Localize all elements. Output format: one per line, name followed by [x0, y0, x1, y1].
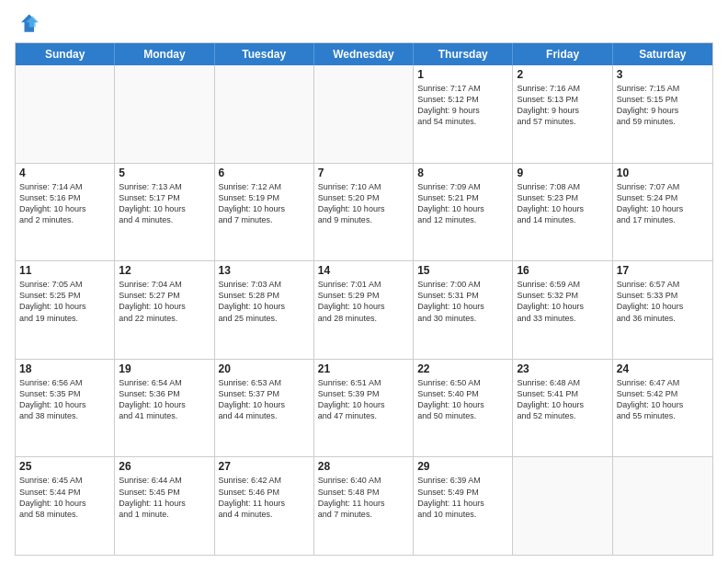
day-number: 23 [517, 362, 608, 375]
calendar-week-2: 11Sunrise: 7:05 AM Sunset: 5:25 PM Dayli… [16, 260, 712, 359]
day-info: Sunrise: 7:15 AM Sunset: 5:15 PM Dayligh… [617, 83, 709, 128]
day-number: 1 [417, 68, 508, 81]
day-number: 25 [19, 460, 110, 473]
calendar-cell: 21Sunrise: 6:51 AM Sunset: 5:39 PM Dayli… [314, 360, 414, 457]
day-number: 20 [219, 362, 310, 375]
day-info: Sunrise: 7:14 AM Sunset: 5:16 PM Dayligh… [19, 181, 110, 226]
calendar-cell: 5Sunrise: 7:13 AM Sunset: 5:17 PM Daylig… [115, 164, 214, 261]
calendar-cell: 25Sunrise: 6:45 AM Sunset: 5:44 PM Dayli… [16, 457, 115, 555]
calendar-cell: 7Sunrise: 7:10 AM Sunset: 5:20 PM Daylig… [314, 164, 414, 261]
calendar-cell: 3Sunrise: 7:15 AM Sunset: 5:15 PM Daylig… [613, 65, 712, 163]
logo [15, 11, 44, 37]
calendar-cell: 15Sunrise: 7:00 AM Sunset: 5:31 PM Dayli… [414, 261, 513, 359]
day-info: Sunrise: 6:42 AM Sunset: 5:46 PM Dayligh… [219, 475, 310, 520]
day-info: Sunrise: 6:57 AM Sunset: 5:33 PM Dayligh… [617, 279, 709, 324]
day-number: 13 [219, 264, 310, 277]
day-number: 6 [219, 167, 310, 179]
calendar-cell: 18Sunrise: 6:56 AM Sunset: 5:35 PM Dayli… [16, 360, 115, 457]
calendar-cell: 2Sunrise: 7:16 AM Sunset: 5:13 PM Daylig… [513, 65, 612, 163]
header-day-wednesday: Wednesday [314, 43, 414, 65]
day-info: Sunrise: 7:08 AM Sunset: 5:23 PM Dayligh… [517, 181, 608, 226]
day-number: 17 [617, 264, 709, 277]
day-number: 14 [318, 264, 409, 277]
day-info: Sunrise: 6:48 AM Sunset: 5:41 PM Dayligh… [517, 377, 608, 422]
day-number: 9 [517, 167, 608, 179]
day-info: Sunrise: 6:56 AM Sunset: 5:35 PM Dayligh… [19, 377, 110, 422]
calendar-week-3: 18Sunrise: 6:56 AM Sunset: 5:35 PM Dayli… [16, 359, 712, 457]
day-number: 28 [318, 460, 409, 473]
day-info: Sunrise: 6:47 AM Sunset: 5:42 PM Dayligh… [617, 377, 709, 422]
calendar-cell: 10Sunrise: 7:07 AM Sunset: 5:24 PM Dayli… [613, 164, 712, 261]
calendar-cell [513, 457, 612, 555]
day-info: Sunrise: 7:00 AM Sunset: 5:31 PM Dayligh… [417, 279, 508, 324]
day-info: Sunrise: 6:53 AM Sunset: 5:37 PM Dayligh… [219, 377, 310, 422]
day-number: 19 [119, 362, 210, 375]
calendar-cell: 9Sunrise: 7:08 AM Sunset: 5:23 PM Daylig… [513, 164, 612, 261]
calendar-cell: 28Sunrise: 6:40 AM Sunset: 5:48 PM Dayli… [314, 457, 414, 555]
day-info: Sunrise: 6:40 AM Sunset: 5:48 PM Dayligh… [318, 475, 409, 520]
day-info: Sunrise: 7:05 AM Sunset: 5:25 PM Dayligh… [19, 279, 110, 324]
header [15, 11, 713, 37]
header-day-tuesday: Tuesday [215, 43, 314, 65]
calendar-cell [613, 457, 712, 555]
day-number: 18 [19, 362, 110, 375]
calendar-cell: 23Sunrise: 6:48 AM Sunset: 5:41 PM Dayli… [513, 360, 612, 457]
day-info: Sunrise: 6:59 AM Sunset: 5:32 PM Dayligh… [517, 279, 608, 324]
calendar-cell: 12Sunrise: 7:04 AM Sunset: 5:27 PM Dayli… [115, 261, 214, 359]
calendar-week-0: 1Sunrise: 7:17 AM Sunset: 5:12 PM Daylig… [16, 65, 712, 163]
calendar-week-1: 4Sunrise: 7:14 AM Sunset: 5:16 PM Daylig… [16, 163, 712, 261]
day-info: Sunrise: 6:45 AM Sunset: 5:44 PM Dayligh… [19, 475, 110, 520]
header-day-friday: Friday [513, 43, 612, 65]
page: SundayMondayTuesdayWednesdayThursdayFrid… [0, 0, 728, 563]
day-number: 2 [517, 68, 608, 81]
calendar-cell: 19Sunrise: 6:54 AM Sunset: 5:36 PM Dayli… [115, 360, 214, 457]
calendar-cell: 6Sunrise: 7:12 AM Sunset: 5:19 PM Daylig… [215, 164, 314, 261]
day-number: 24 [617, 362, 709, 375]
day-number: 10 [617, 167, 709, 179]
calendar-cell: 11Sunrise: 7:05 AM Sunset: 5:25 PM Dayli… [16, 261, 115, 359]
calendar-cell [16, 65, 115, 163]
calendar-cell [215, 65, 314, 163]
day-info: Sunrise: 6:54 AM Sunset: 5:36 PM Dayligh… [119, 377, 210, 422]
day-info: Sunrise: 6:39 AM Sunset: 5:49 PM Dayligh… [417, 475, 508, 520]
calendar-cell: 14Sunrise: 7:01 AM Sunset: 5:29 PM Dayli… [314, 261, 414, 359]
calendar-header: SundayMondayTuesdayWednesdayThursdayFrid… [16, 43, 712, 65]
day-info: Sunrise: 7:13 AM Sunset: 5:17 PM Dayligh… [119, 181, 210, 226]
day-number: 5 [119, 167, 210, 179]
calendar-week-4: 25Sunrise: 6:45 AM Sunset: 5:44 PM Dayli… [16, 456, 712, 555]
day-number: 16 [517, 264, 608, 277]
day-info: Sunrise: 7:01 AM Sunset: 5:29 PM Dayligh… [318, 279, 409, 324]
day-info: Sunrise: 7:16 AM Sunset: 5:13 PM Dayligh… [517, 83, 608, 128]
header-day-monday: Monday [115, 43, 214, 65]
day-number: 26 [119, 460, 210, 473]
day-number: 29 [417, 460, 508, 473]
calendar-cell: 17Sunrise: 6:57 AM Sunset: 5:33 PM Dayli… [613, 261, 712, 359]
calendar-cell: 20Sunrise: 6:53 AM Sunset: 5:37 PM Dayli… [215, 360, 314, 457]
logo-icon [15, 11, 40, 37]
calendar-cell: 24Sunrise: 6:47 AM Sunset: 5:42 PM Dayli… [613, 360, 712, 457]
day-number: 27 [219, 460, 310, 473]
day-number: 4 [19, 167, 110, 179]
day-info: Sunrise: 6:44 AM Sunset: 5:45 PM Dayligh… [119, 475, 210, 520]
day-info: Sunrise: 7:10 AM Sunset: 5:20 PM Dayligh… [318, 181, 409, 226]
calendar-cell: 27Sunrise: 6:42 AM Sunset: 5:46 PM Dayli… [215, 457, 314, 555]
day-number: 21 [318, 362, 409, 375]
day-info: Sunrise: 7:07 AM Sunset: 5:24 PM Dayligh… [617, 181, 709, 226]
day-info: Sunrise: 6:51 AM Sunset: 5:39 PM Dayligh… [318, 377, 409, 422]
calendar-cell: 22Sunrise: 6:50 AM Sunset: 5:40 PM Dayli… [414, 360, 513, 457]
calendar-cell: 16Sunrise: 6:59 AM Sunset: 5:32 PM Dayli… [513, 261, 612, 359]
day-number: 11 [19, 264, 110, 277]
header-day-saturday: Saturday [613, 43, 712, 65]
calendar-cell: 8Sunrise: 7:09 AM Sunset: 5:21 PM Daylig… [414, 164, 513, 261]
day-number: 15 [417, 264, 508, 277]
calendar-cell: 1Sunrise: 7:17 AM Sunset: 5:12 PM Daylig… [414, 65, 513, 163]
calendar-cell: 26Sunrise: 6:44 AM Sunset: 5:45 PM Dayli… [115, 457, 214, 555]
day-number: 22 [417, 362, 508, 375]
calendar-cell [115, 65, 214, 163]
day-info: Sunrise: 7:03 AM Sunset: 5:28 PM Dayligh… [219, 279, 310, 324]
calendar: SundayMondayTuesdayWednesdayThursdayFrid… [15, 42, 713, 556]
day-number: 3 [617, 68, 709, 81]
day-number: 8 [417, 167, 508, 179]
calendar-cell: 4Sunrise: 7:14 AM Sunset: 5:16 PM Daylig… [16, 164, 115, 261]
header-day-thursday: Thursday [414, 43, 513, 65]
